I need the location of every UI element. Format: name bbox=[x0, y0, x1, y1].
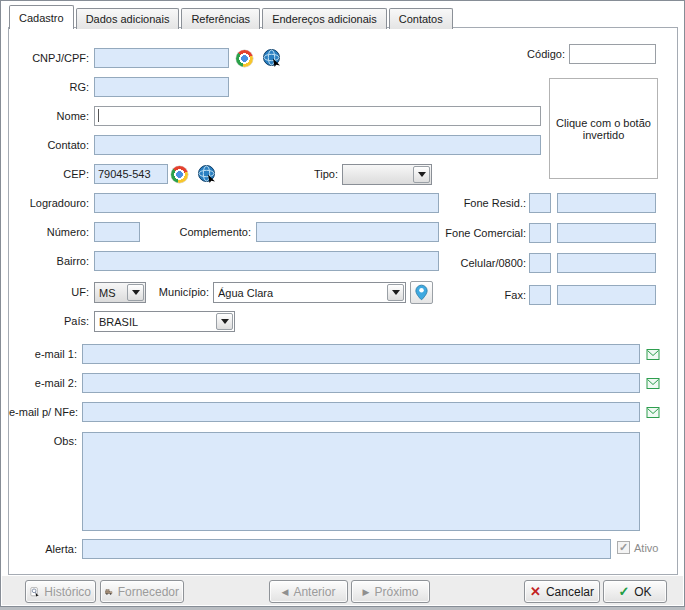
celular-input[interactable] bbox=[557, 253, 656, 273]
chrome-search-icon[interactable] bbox=[171, 166, 188, 183]
ok-check-icon: ✓ bbox=[618, 584, 629, 599]
cnpj-cpf-input[interactable] bbox=[94, 48, 229, 68]
cancelar-label: Cancelar bbox=[546, 585, 594, 599]
uf-label: UF: bbox=[9, 286, 89, 298]
email1-input[interactable] bbox=[82, 344, 640, 364]
ativo-checkbox[interactable]: ✓ bbox=[617, 541, 630, 554]
map-pin-icon bbox=[415, 284, 428, 301]
tab-label: Contatos bbox=[399, 13, 443, 25]
prev-arrow-icon: ◀ bbox=[282, 587, 289, 597]
complemento-input[interactable] bbox=[256, 222, 439, 242]
fornecedor-label: Fornecedor bbox=[118, 585, 179, 599]
uf-value: MS bbox=[99, 287, 127, 299]
tab-label: Referências bbox=[191, 13, 250, 25]
text-caret bbox=[98, 109, 99, 122]
fax-input[interactable] bbox=[557, 285, 656, 305]
pais-select[interactable]: BRASIL bbox=[94, 311, 235, 332]
check-icon: ✓ bbox=[619, 541, 628, 554]
map-pin-button[interactable] bbox=[410, 281, 433, 304]
cep-input[interactable] bbox=[94, 164, 168, 184]
chevron-down-icon[interactable] bbox=[413, 166, 430, 183]
next-arrow-icon: ▶ bbox=[363, 587, 370, 597]
chevron-down-icon[interactable] bbox=[216, 313, 233, 330]
bairro-label: Bairro: bbox=[9, 255, 89, 267]
historico-label: Histórico bbox=[44, 585, 91, 599]
uf-select[interactable]: MS bbox=[94, 282, 146, 303]
truck-icon bbox=[105, 585, 113, 599]
rg-input[interactable] bbox=[94, 77, 229, 97]
tipo-select[interactable] bbox=[342, 164, 432, 185]
photo-placeholder-text: Clique com o botão invertido bbox=[556, 117, 651, 141]
tab-contatos[interactable]: Contatos bbox=[389, 8, 453, 29]
nome-label: Nome: bbox=[9, 110, 89, 122]
globe-icon bbox=[263, 49, 281, 67]
municipio-select[interactable]: Água Clara bbox=[213, 282, 406, 303]
fone-resid-input[interactable] bbox=[557, 193, 656, 213]
pais-label: País: bbox=[9, 315, 89, 327]
numero-input[interactable] bbox=[94, 222, 140, 242]
cancelar-button[interactable]: ✕ Cancelar bbox=[524, 580, 600, 603]
tab-label: Endereços adicionais bbox=[272, 13, 377, 25]
tab-bar: Cadastro Dados adicionais Referências En… bbox=[9, 5, 455, 29]
rg-label: RG: bbox=[9, 81, 89, 93]
tipo-label: Tipo: bbox=[278, 168, 338, 180]
contato-input[interactable] bbox=[94, 135, 541, 155]
ok-button[interactable]: ✓ OK bbox=[603, 580, 667, 603]
cep-label: CEP: bbox=[9, 168, 89, 180]
proximo-button[interactable]: ▶ Próximo bbox=[351, 580, 430, 603]
ok-label: OK bbox=[634, 585, 651, 599]
cancel-x-icon: ✕ bbox=[530, 584, 541, 599]
tab-label: Dados adicionais bbox=[86, 13, 170, 25]
globe-web-icon[interactable] bbox=[263, 49, 281, 67]
fornecedor-button[interactable]: Fornecedor bbox=[100, 580, 184, 603]
anterior-label: Anterior bbox=[293, 585, 335, 599]
fax-label: Fax: bbox=[431, 289, 526, 301]
alerta-label: Alerta: bbox=[9, 543, 77, 555]
fax-ddd-input[interactable] bbox=[529, 285, 551, 305]
photo-placeholder[interactable]: Clique com o botão invertido bbox=[549, 78, 658, 179]
cadastro-window: Cadastro Dados adicionais Referências En… bbox=[0, 0, 685, 607]
chevron-down-icon[interactable] bbox=[387, 284, 404, 301]
tab-label: Cadastro bbox=[19, 12, 64, 24]
municipio-label: Município: bbox=[151, 286, 209, 298]
historico-button[interactable]: Histórico bbox=[25, 580, 96, 603]
bairro-input[interactable] bbox=[94, 251, 439, 271]
logradouro-input[interactable] bbox=[94, 193, 439, 213]
email-nfe-label: e-mail p/ NFe: bbox=[9, 406, 77, 418]
pais-value: BRASIL bbox=[99, 316, 216, 328]
document-magnifier-icon bbox=[30, 584, 39, 600]
ativo-label: Ativo bbox=[634, 542, 658, 554]
nome-input[interactable] bbox=[94, 106, 541, 126]
email-nfe-input[interactable] bbox=[82, 402, 640, 422]
fone-comercial-input[interactable] bbox=[557, 223, 656, 243]
codigo-input[interactable] bbox=[569, 44, 656, 64]
anterior-button[interactable]: ◀ Anterior bbox=[269, 580, 348, 603]
chrome-search-icon[interactable] bbox=[236, 50, 253, 67]
fone-comercial-ddd-input[interactable] bbox=[529, 223, 551, 243]
celular-ddd-input[interactable] bbox=[529, 253, 551, 273]
email1-envelope-icon[interactable] bbox=[646, 348, 660, 361]
email1-label: e-mail 1: bbox=[9, 348, 77, 360]
fone-comercial-label: Fone Comercial: bbox=[431, 227, 526, 239]
obs-label: Obs: bbox=[9, 435, 77, 447]
logradouro-label: Logradouro: bbox=[9, 197, 89, 209]
fone-resid-label: Fone Resid.: bbox=[431, 197, 526, 209]
tab-cadastro[interactable]: Cadastro bbox=[9, 5, 74, 29]
tab-referencias[interactable]: Referências bbox=[181, 8, 260, 29]
email2-label: e-mail 2: bbox=[9, 377, 77, 389]
tab-dados-adicionais[interactable]: Dados adicionais bbox=[76, 8, 180, 29]
obs-textarea[interactable] bbox=[82, 432, 640, 531]
email-nfe-envelope-icon[interactable] bbox=[646, 406, 660, 419]
email2-input[interactable] bbox=[82, 373, 640, 393]
fone-resid-ddd-input[interactable] bbox=[529, 193, 551, 213]
globe-web-icon[interactable] bbox=[198, 165, 216, 183]
celular-label: Celular/0800: bbox=[431, 257, 526, 269]
email2-envelope-icon[interactable] bbox=[646, 377, 660, 390]
alerta-input[interactable] bbox=[82, 539, 611, 559]
tab-enderecos-adicionais[interactable]: Endereços adicionais bbox=[262, 8, 387, 29]
complemento-label: Complemento: bbox=[161, 226, 251, 238]
codigo-label: Código: bbox=[505, 48, 565, 60]
numero-label: Número: bbox=[9, 226, 89, 238]
chevron-down-icon[interactable] bbox=[127, 284, 144, 301]
contato-label: Contato: bbox=[9, 139, 89, 151]
